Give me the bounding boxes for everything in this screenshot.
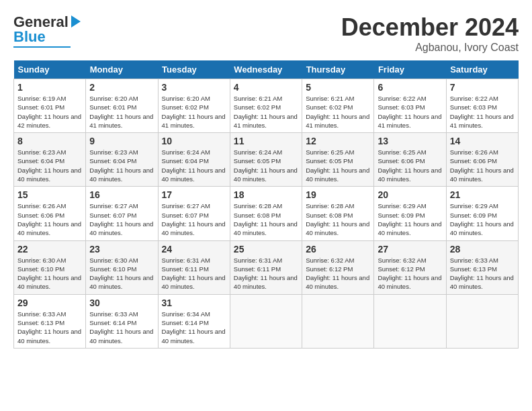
day-number: 13 [378, 136, 442, 146]
day-number: 27 [378, 244, 442, 255]
day-info: Sunrise: 6:32 AM Sunset: 6:12 PM Dayligh… [378, 256, 442, 291]
calendar-day-cell: 25Sunrise: 6:31 AM Sunset: 6:11 PM Dayli… [230, 240, 302, 294]
day-number: 8 [17, 136, 82, 146]
calendar-day-cell: 29Sunrise: 6:33 AM Sunset: 6:13 PM Dayli… [14, 294, 86, 348]
calendar-day-cell: 18Sunrise: 6:28 AM Sunset: 6:08 PM Dayli… [230, 187, 302, 240]
day-number: 9 [89, 136, 154, 146]
day-info: Sunrise: 6:25 AM Sunset: 6:05 PM Dayligh… [306, 148, 370, 183]
calendar-day-cell: 15Sunrise: 6:26 AM Sunset: 6:06 PM Dayli… [14, 187, 86, 240]
calendar-day-cell: 24Sunrise: 6:31 AM Sunset: 6:11 PM Dayli… [158, 240, 230, 294]
calendar-day-cell: 7Sunrise: 6:22 AM Sunset: 6:03 PM Daylig… [446, 79, 518, 133]
calendar-day-cell: 5Sunrise: 6:21 AM Sunset: 6:02 PM Daylig… [302, 79, 374, 133]
logo-underline [13, 46, 71, 48]
day-number: 6 [378, 82, 442, 93]
calendar-day-cell: 17Sunrise: 6:27 AM Sunset: 6:07 PM Dayli… [158, 187, 230, 240]
day-info: Sunrise: 6:22 AM Sunset: 6:03 PM Dayligh… [450, 94, 515, 130]
calendar-day-cell: 22Sunrise: 6:30 AM Sunset: 6:10 PM Dayli… [14, 240, 86, 294]
day-info: Sunrise: 6:21 AM Sunset: 6:02 PM Dayligh… [234, 94, 298, 130]
calendar-day-cell: 9Sunrise: 6:23 AM Sunset: 6:04 PM Daylig… [86, 133, 158, 187]
day-number: 5 [306, 82, 370, 93]
calendar-day-cell [302, 294, 374, 348]
day-number: 23 [89, 244, 154, 255]
day-info: Sunrise: 6:25 AM Sunset: 6:06 PM Dayligh… [378, 148, 442, 183]
day-number: 22 [17, 244, 82, 255]
calendar-day-cell [374, 294, 446, 348]
day-number: 29 [17, 298, 82, 308]
location: Agbanou, Ivory Coast [341, 42, 519, 54]
day-info: Sunrise: 6:24 AM Sunset: 6:04 PM Dayligh… [162, 148, 226, 183]
day-info: Sunrise: 6:31 AM Sunset: 6:11 PM Dayligh… [234, 256, 298, 291]
day-info: Sunrise: 6:22 AM Sunset: 6:03 PM Dayligh… [378, 94, 442, 130]
day-info: Sunrise: 6:31 AM Sunset: 6:11 PM Dayligh… [162, 256, 226, 291]
calendar-day-cell: 4Sunrise: 6:21 AM Sunset: 6:02 PM Daylig… [230, 79, 302, 133]
day-number: 16 [89, 189, 154, 200]
day-info: Sunrise: 6:34 AM Sunset: 6:14 PM Dayligh… [162, 310, 226, 345]
calendar-day-header-wednesday: Wednesday [230, 60, 302, 79]
title-section: December 2024 Agbanou, Ivory Coast [341, 13, 519, 54]
calendar-day-header-tuesday: Tuesday [158, 60, 230, 79]
day-info: Sunrise: 6:26 AM Sunset: 6:06 PM Dayligh… [450, 148, 515, 183]
calendar-day-cell: 3Sunrise: 6:20 AM Sunset: 6:02 PM Daylig… [158, 79, 230, 133]
day-info: Sunrise: 6:29 AM Sunset: 6:09 PM Dayligh… [450, 201, 515, 237]
logo: General Blue [13, 13, 71, 48]
calendar-day-cell: 2Sunrise: 6:20 AM Sunset: 6:01 PM Daylig… [86, 79, 158, 133]
calendar-day-cell: 28Sunrise: 6:33 AM Sunset: 6:13 PM Dayli… [446, 240, 518, 294]
day-info: Sunrise: 6:29 AM Sunset: 6:09 PM Dayligh… [378, 201, 442, 237]
day-info: Sunrise: 6:27 AM Sunset: 6:07 PM Dayligh… [162, 201, 226, 237]
calendar-day-cell: 13Sunrise: 6:25 AM Sunset: 6:06 PM Dayli… [374, 133, 446, 187]
calendar-day-cell: 14Sunrise: 6:26 AM Sunset: 6:06 PM Dayli… [446, 133, 518, 187]
day-number: 1 [17, 82, 82, 93]
calendar-day-header-thursday: Thursday [302, 60, 374, 79]
day-info: Sunrise: 6:32 AM Sunset: 6:12 PM Dayligh… [306, 256, 370, 291]
day-info: Sunrise: 6:30 AM Sunset: 6:10 PM Dayligh… [89, 256, 154, 291]
day-number: 30 [89, 298, 154, 308]
day-info: Sunrise: 6:19 AM Sunset: 6:01 PM Dayligh… [17, 94, 82, 130]
day-number: 11 [234, 136, 298, 146]
day-info: Sunrise: 6:21 AM Sunset: 6:02 PM Dayligh… [306, 94, 370, 130]
calendar-body: 1Sunrise: 6:19 AM Sunset: 6:01 PM Daylig… [14, 79, 519, 349]
page-header: General Blue December 2024 Agbanou, Ivor… [13, 13, 519, 54]
day-number: 15 [17, 189, 82, 200]
calendar-day-cell: 31Sunrise: 6:34 AM Sunset: 6:14 PM Dayli… [158, 294, 230, 348]
day-info: Sunrise: 6:20 AM Sunset: 6:02 PM Dayligh… [162, 94, 226, 130]
calendar-day-header-friday: Friday [374, 60, 446, 79]
day-info: Sunrise: 6:23 AM Sunset: 6:04 PM Dayligh… [89, 148, 154, 183]
calendar-day-cell: 26Sunrise: 6:32 AM Sunset: 6:12 PM Dayli… [302, 240, 374, 294]
calendar-week-row: 29Sunrise: 6:33 AM Sunset: 6:13 PM Dayli… [14, 294, 519, 348]
day-info: Sunrise: 6:24 AM Sunset: 6:05 PM Dayligh… [234, 148, 298, 183]
calendar-day-cell: 8Sunrise: 6:23 AM Sunset: 6:04 PM Daylig… [14, 133, 86, 187]
day-info: Sunrise: 6:28 AM Sunset: 6:08 PM Dayligh… [234, 201, 298, 237]
day-number: 12 [306, 136, 370, 146]
day-number: 17 [162, 189, 226, 200]
calendar-day-cell: 16Sunrise: 6:27 AM Sunset: 6:07 PM Dayli… [86, 187, 158, 240]
calendar-day-cell [230, 294, 302, 348]
day-number: 4 [234, 82, 298, 93]
calendar-week-row: 8Sunrise: 6:23 AM Sunset: 6:04 PM Daylig… [14, 133, 519, 187]
calendar-day-cell [446, 294, 518, 348]
day-number: 21 [450, 189, 515, 200]
day-number: 31 [162, 298, 226, 308]
day-info: Sunrise: 6:28 AM Sunset: 6:08 PM Dayligh… [306, 201, 370, 237]
day-number: 3 [162, 82, 226, 93]
calendar-week-row: 15Sunrise: 6:26 AM Sunset: 6:06 PM Dayli… [14, 187, 519, 240]
calendar-week-row: 22Sunrise: 6:30 AM Sunset: 6:10 PM Dayli… [14, 240, 519, 294]
day-number: 26 [306, 244, 370, 255]
calendar-day-cell: 20Sunrise: 6:29 AM Sunset: 6:09 PM Dayli… [374, 187, 446, 240]
calendar-day-cell: 21Sunrise: 6:29 AM Sunset: 6:09 PM Dayli… [446, 187, 518, 240]
day-number: 20 [378, 189, 442, 200]
calendar-day-cell: 12Sunrise: 6:25 AM Sunset: 6:05 PM Dayli… [302, 133, 374, 187]
day-number: 2 [89, 82, 154, 93]
day-info: Sunrise: 6:27 AM Sunset: 6:07 PM Dayligh… [89, 201, 154, 237]
day-info: Sunrise: 6:33 AM Sunset: 6:13 PM Dayligh… [450, 256, 515, 291]
calendar-day-header-monday: Monday [86, 60, 158, 79]
calendar-day-cell: 27Sunrise: 6:32 AM Sunset: 6:12 PM Dayli… [374, 240, 446, 294]
day-info: Sunrise: 6:23 AM Sunset: 6:04 PM Dayligh… [17, 148, 82, 183]
day-number: 18 [234, 189, 298, 200]
calendar-day-cell: 6Sunrise: 6:22 AM Sunset: 6:03 PM Daylig… [374, 79, 446, 133]
calendar-day-cell: 1Sunrise: 6:19 AM Sunset: 6:01 PM Daylig… [14, 79, 86, 133]
calendar-day-cell: 23Sunrise: 6:30 AM Sunset: 6:10 PM Dayli… [86, 240, 158, 294]
calendar-day-cell: 11Sunrise: 6:24 AM Sunset: 6:05 PM Dayli… [230, 133, 302, 187]
calendar-table: SundayMondayTuesdayWednesdayThursdayFrid… [13, 60, 519, 349]
day-number: 14 [450, 136, 515, 146]
day-info: Sunrise: 6:33 AM Sunset: 6:13 PM Dayligh… [17, 310, 82, 345]
